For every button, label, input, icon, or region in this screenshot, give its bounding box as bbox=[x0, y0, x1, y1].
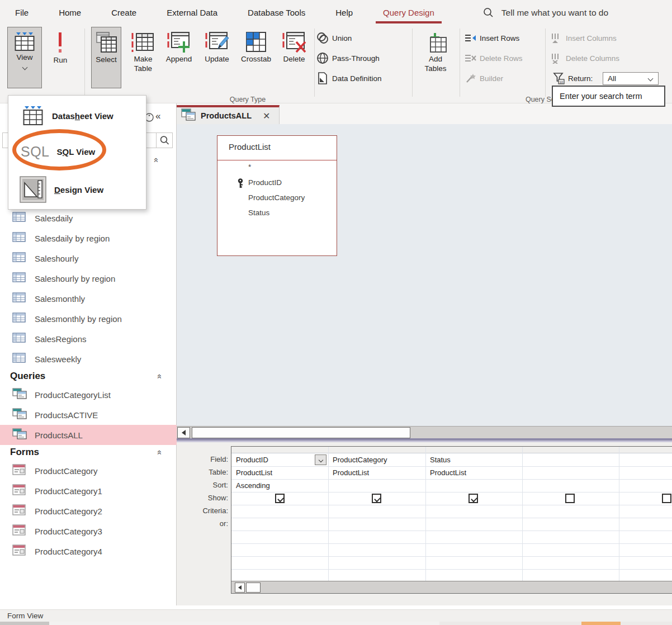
nav-section-queries[interactable]: Queries « bbox=[0, 367, 177, 385]
nav-item-salesregions[interactable]: SalesRegions bbox=[0, 329, 177, 349]
collapse-section-icon[interactable]: « bbox=[155, 450, 164, 454]
update-icon bbox=[205, 31, 229, 53]
return-row: 10 Return: bbox=[552, 72, 593, 85]
run-button[interactable]: Run bbox=[47, 27, 74, 88]
scrollbar-thumb[interactable] bbox=[192, 427, 410, 438]
insert-rows-icon bbox=[464, 33, 476, 43]
scroll-left-button[interactable] bbox=[235, 583, 245, 593]
return-combobox[interactable]: All bbox=[603, 72, 659, 85]
nav-item-productsactive[interactable]: ProductsACTIVE bbox=[0, 405, 177, 425]
update-button[interactable]: Update bbox=[199, 27, 235, 88]
nav-item-productcategorylist[interactable]: ProductCategoryList bbox=[0, 385, 177, 405]
ribbon-tab-home[interactable]: Home bbox=[44, 0, 96, 25]
nav-item-saleshourly[interactable]: Saleshourly bbox=[0, 248, 177, 268]
ribbon-tab-create[interactable]: Create bbox=[96, 0, 152, 25]
grid-field-col2[interactable]: ProductCategory bbox=[328, 453, 387, 466]
nav-item-salesmonthly-by-region[interactable]: Salesmonthly by region bbox=[0, 309, 177, 329]
nav-item-salesdaily-by-region[interactable]: Salesdaily by region bbox=[0, 228, 177, 248]
search-icon bbox=[483, 7, 494, 18]
grid-field-col3[interactable]: Status bbox=[425, 453, 451, 466]
menu-item-design-view[interactable]: Design View bbox=[8, 174, 146, 205]
delete-columns-icon bbox=[550, 53, 562, 64]
table-icon bbox=[12, 272, 27, 285]
status-bar: Form View bbox=[0, 609, 672, 622]
show-checkbox-col1[interactable] bbox=[275, 494, 285, 503]
field-productcategory[interactable]: ProductCategory bbox=[248, 193, 305, 202]
pass-through-button[interactable]: Pass-Through bbox=[316, 51, 380, 65]
add-tables-button[interactable]: AddTables bbox=[419, 27, 452, 88]
grid-column-header-strip[interactable] bbox=[231, 447, 672, 453]
grid-hscrollbar[interactable] bbox=[231, 581, 672, 593]
crosstab-button[interactable]: Crosstab bbox=[237, 27, 275, 88]
builder-icon bbox=[464, 73, 476, 84]
table-icon bbox=[12, 212, 27, 224]
table-icon bbox=[12, 252, 27, 264]
delete-query-button[interactable]: Delete bbox=[277, 27, 311, 88]
view-button[interactable]: View bbox=[7, 27, 42, 88]
nav-item-productcategory[interactable]: ProductCategory bbox=[0, 461, 177, 481]
nav-item-productcategory1[interactable]: ProductCategory1 bbox=[0, 481, 177, 501]
delete-columns-button[interactable]: Delete Columns bbox=[550, 51, 619, 65]
nav-item-salesmonthly[interactable]: Salesmonthly bbox=[0, 288, 177, 309]
all-objects-collapse-icon[interactable]: « bbox=[154, 155, 159, 165]
status-bar-text: Form View bbox=[7, 612, 43, 620]
show-checkbox-col3[interactable] bbox=[468, 494, 478, 503]
grid-table-col3[interactable]: ProductList bbox=[425, 466, 466, 479]
show-checkbox-col4[interactable] bbox=[565, 494, 575, 503]
ribbon-tab-query-design[interactable]: Query Design bbox=[368, 0, 449, 25]
chevron-down-icon bbox=[22, 65, 27, 70]
append-button[interactable]: Append bbox=[161, 27, 197, 88]
select-query-icon bbox=[94, 31, 119, 54]
field-list-productlist[interactable]: ProductList * ProductID ProductCategory … bbox=[217, 135, 337, 256]
builder-button[interactable]: Builder bbox=[464, 72, 503, 85]
nav-section-forms[interactable]: Forms « bbox=[0, 443, 177, 461]
scrollbar-thumb[interactable] bbox=[246, 583, 261, 593]
nav-search-button[interactable] bbox=[156, 133, 172, 148]
form-icon bbox=[12, 504, 27, 518]
table-icon bbox=[12, 313, 27, 325]
nav-item-productcategory2[interactable]: ProductCategory2 bbox=[0, 501, 177, 521]
nav-item-saleshourly-by-region[interactable]: Saleshourly by region bbox=[0, 268, 177, 288]
collapse-section-icon[interactable]: « bbox=[155, 374, 164, 378]
nav-item-productsall[interactable]: ProductsALL bbox=[0, 425, 177, 445]
nav-item-productcategory3[interactable]: ProductCategory3 bbox=[0, 521, 177, 541]
grid-table-col2[interactable]: ProductList bbox=[328, 466, 369, 479]
ribbon-tab-file[interactable]: File bbox=[0, 0, 44, 25]
show-checkbox-col5[interactable] bbox=[662, 494, 671, 503]
primary-key-icon bbox=[236, 178, 244, 189]
ribbon-tab-external-data[interactable]: External Data bbox=[152, 0, 233, 25]
delete-rows-button[interactable]: Delete Rows bbox=[464, 51, 523, 65]
tell-me-text: Tell me what you want to do bbox=[501, 8, 608, 18]
data-definition-button[interactable]: Data Definition bbox=[316, 72, 382, 85]
insert-columns-button[interactable]: Insert Columns bbox=[550, 31, 617, 45]
select-query-button[interactable]: Select bbox=[91, 27, 121, 88]
nav-item-salesweekly[interactable]: Salesweekly bbox=[0, 349, 177, 369]
grid-field-col1[interactable]: ProductID bbox=[231, 453, 268, 466]
show-checkbox-col2[interactable] bbox=[372, 494, 381, 503]
document-tab-productsall[interactable]: ProductsALL ✕ bbox=[177, 105, 280, 124]
ribbon-tab-database-tools[interactable]: Database Tools bbox=[233, 0, 320, 25]
ribbon-tab-help[interactable]: Help bbox=[320, 0, 368, 25]
tell-me-search[interactable]: Tell me what you want to do bbox=[483, 7, 608, 18]
union-button[interactable]: Union bbox=[316, 31, 352, 45]
form-icon bbox=[12, 484, 27, 498]
grid-sort-col1[interactable]: Ascending bbox=[231, 479, 270, 492]
field-productid[interactable]: ProductID bbox=[248, 178, 282, 187]
nav-item-productcategory4[interactable]: ProductCategory4 bbox=[0, 541, 177, 561]
form-icon bbox=[12, 544, 27, 558]
nav-item-salesdaily[interactable]: Salesdaily bbox=[0, 208, 177, 228]
shutter-bar-collapse-button[interactable]: « bbox=[155, 111, 160, 122]
field-combo-button[interactable] bbox=[315, 454, 326, 465]
scroll-left-button[interactable] bbox=[177, 427, 190, 438]
insert-rows-button[interactable]: Insert Rows bbox=[464, 31, 519, 45]
close-tab-icon[interactable]: ✕ bbox=[263, 111, 270, 121]
field-star[interactable]: * bbox=[248, 163, 251, 171]
grid-table-col1[interactable]: ProductList bbox=[231, 466, 272, 479]
design-grid[interactable]: ProductID ProductCategory Status Product… bbox=[231, 446, 672, 594]
canvas-hscrollbar[interactable] bbox=[177, 426, 672, 438]
field-status[interactable]: Status bbox=[248, 209, 269, 217]
query-icon bbox=[181, 108, 196, 123]
make-table-button[interactable]: MakeTable bbox=[127, 27, 159, 88]
menu-item-datasheet-view[interactable]: Datasheet View bbox=[8, 101, 146, 130]
pane-splitter[interactable] bbox=[177, 438, 672, 442]
